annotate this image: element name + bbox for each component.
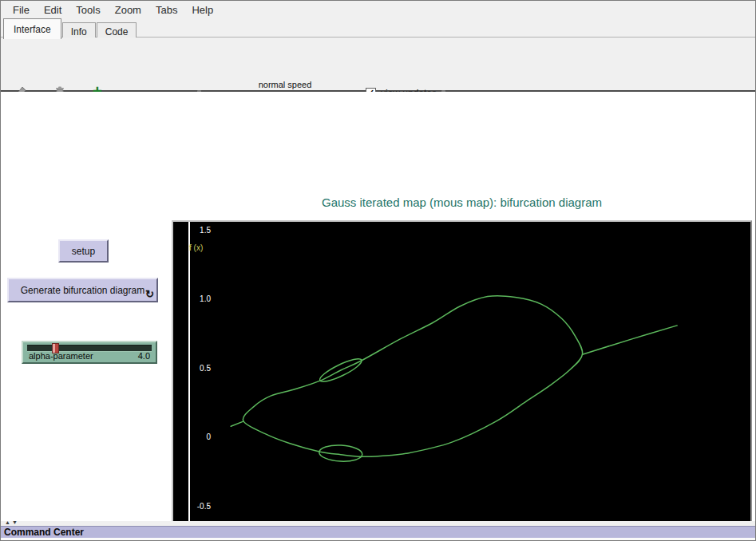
alpha-parameter-slider[interactable]: alpha-parameter 4.0 [22,341,157,364]
plot-area: -1.0-0.500.51.01.51.00.50-0.5f (x)beta-p… [173,222,750,541]
slider-value: 4.0 [138,351,150,361]
menu-tools[interactable]: Tools [69,2,107,18]
menu-bar: FileEditToolsZoomTabsHelp [1,1,755,18]
menu-tabs[interactable]: Tabs [148,2,184,18]
netlogo-window: FileEditToolsZoomTabsHelp InterfaceInfoC… [0,0,756,541]
bifurcation-plot: -1.0-0.500.51.01.51.00.50-0.5f (x)beta-p… [172,220,752,541]
command-center-header: Command Center [1,526,755,538]
tab-interface[interactable]: Interface [3,18,61,39]
splitter-arrows-icon[interactable]: ▲▼ [5,519,19,526]
command-center-body[interactable] [1,538,755,541]
forever-icon: ↻ [145,288,154,300]
plot-title: Gauss iterated map (mous map): bifurcati… [172,195,752,209]
generate-button-label: Generate bifurcation diagram [21,285,144,296]
series-left-stub [231,421,243,426]
interface-canvas: Gauss iterated map (mous map): bifurcati… [1,92,755,521]
series-upper-right-branch [583,326,678,354]
menu-edit[interactable]: Edit [37,2,69,18]
bifurcation-curves [173,222,750,541]
speed-slider-label: normal speed [216,80,354,89]
menu-zoom[interactable]: Zoom [108,2,148,18]
slider-label: alpha-parameter [29,351,93,361]
menu-help[interactable]: Help [184,2,220,18]
generate-bifurcation-button[interactable]: Generate bifurcation diagram ↻ [7,278,158,302]
setup-button[interactable]: setup [58,239,109,263]
command-center-title: Command Center [1,527,755,538]
menu-file[interactable]: File [6,2,37,18]
toolbar: Edit Delete + Add abc Button ▼ normal sp… [1,38,755,92]
tab-bar: InterfaceInfoCode [1,18,755,38]
series-attractor-loop [243,296,582,457]
